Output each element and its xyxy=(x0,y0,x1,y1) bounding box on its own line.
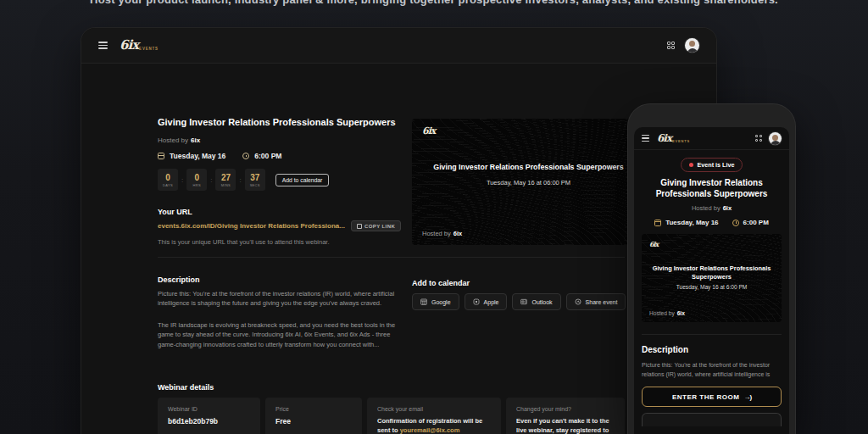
changed-mind-text: Even if you can't make it to the live we… xyxy=(516,417,615,434)
price-label: Price xyxy=(275,406,352,412)
calendar-icon xyxy=(654,220,661,226)
hosted-by-line: Hosted by 6ix xyxy=(158,136,200,144)
changed-mind-label: Changed your mind? xyxy=(516,406,615,412)
event-is-live-badge: Event is Live xyxy=(681,158,743,172)
cover-6ix-logo: 6ix xyxy=(649,240,658,248)
webinar-details-heading: Webinar details xyxy=(158,383,214,392)
apple-icon xyxy=(473,298,480,305)
event-date: Tuesday, May 16 xyxy=(170,152,225,160)
host-name[interactable]: 6ix xyxy=(191,136,200,144)
check-email-card: Check your email Confirmation of registr… xyxy=(367,398,501,434)
price-value: Free xyxy=(275,417,352,426)
live-dot xyxy=(689,163,693,167)
description-heading: Description xyxy=(642,345,782,354)
event-time: 6:00 PM xyxy=(743,219,769,226)
description-heading: Description xyxy=(158,275,200,284)
cover-title: Giving Investor Relations Professionals … xyxy=(650,264,773,281)
url-row: events.6ix.com/ID/Giving Investor Relati… xyxy=(158,220,401,231)
hamburger-menu-icon[interactable] xyxy=(98,42,108,49)
outlook-calendar-button[interactable]: Outlook xyxy=(512,293,560,310)
share-icon xyxy=(575,298,581,305)
event-cover-image: 6ix Giving Investor Relations Profession… xyxy=(642,234,782,322)
event-datetime-row: Tuesday, May 16 6:00 PM xyxy=(634,219,789,226)
countdown-separator xyxy=(181,176,183,184)
clock-icon xyxy=(242,153,249,159)
desktop-body: Giving Investor Relations Professionals … xyxy=(81,64,716,434)
desktop-header: 6ix EVENTS xyxy=(81,28,716,64)
calendar-icon xyxy=(158,153,164,159)
google-calendar-button[interactable]: Google xyxy=(412,293,459,310)
check-email-label: Check your email xyxy=(377,406,491,412)
cover-datetime: Tuesday, May 16 at 06:00 PM xyxy=(426,179,632,186)
cover-title: Giving Investor Relations Professionals … xyxy=(426,163,632,171)
hamburger-menu-icon[interactable] xyxy=(642,135,649,142)
desktop-browser-mockup: 6ix EVENTS Giving Investor Relations Pro… xyxy=(81,28,716,434)
countdown-secs: 37 SECS xyxy=(245,169,265,191)
webinar-id-label: Webinar ID xyxy=(168,406,250,412)
apple-calendar-button[interactable]: Apple xyxy=(465,293,508,310)
6ix-events-logo[interactable]: 6ix EVENTS xyxy=(657,134,690,143)
cover-6ix-logo: 6ix xyxy=(422,125,435,136)
add-to-calendar-heading: Add to calendar xyxy=(412,279,470,287)
apps-grid-icon[interactable] xyxy=(667,42,676,50)
event-url-link[interactable]: events.6ix.com/ID/Giving Investor Relati… xyxy=(158,222,345,230)
event-datetime-row: Tuesday, May 16 6:00 PM xyxy=(158,152,281,160)
add-to-calendar-button[interactable]: Add to calendar xyxy=(275,174,330,186)
user-avatar[interactable] xyxy=(685,38,699,53)
marketing-strapline: Host your product launch, industry panel… xyxy=(0,0,868,6)
copy-link-button[interactable]: COPY LINK xyxy=(351,220,401,231)
webinar-id-value: b6d1eb20b79b xyxy=(168,417,250,426)
cover-datetime: Tuesday, May 16 at 6:00 PM xyxy=(650,284,773,290)
webinar-details-grid: Webinar ID b6d1eb20b79b Language English… xyxy=(158,398,625,434)
secondary-button-clipped[interactable] xyxy=(642,413,782,426)
countdown-timer: 0 DAYS 0 HRS 27 MINS 37 SECS Add to cale… xyxy=(158,169,329,191)
6ix-events-logo[interactable]: 6ix EVENTS xyxy=(120,40,159,51)
event-title: Giving Investor Relations Professionals … xyxy=(158,117,396,127)
section-divider xyxy=(642,334,782,335)
event-date: Tuesday, May 16 xyxy=(665,219,718,226)
copy-icon xyxy=(357,224,362,229)
countdown-hrs: 0 HRS xyxy=(186,169,207,191)
cover-hosted-by: Hosted by 6ix xyxy=(649,310,685,316)
section-divider xyxy=(158,257,625,258)
changed-mind-card: Changed your mind? Even if you can't mak… xyxy=(506,398,625,434)
enter-arrow-icon xyxy=(743,393,751,401)
your-url-heading: Your URL xyxy=(158,208,192,216)
url-note: This is your unique URL that you'll use … xyxy=(158,238,330,246)
description-paragraph-1: Picture this: You're at the forefront of… xyxy=(158,289,401,309)
clock-icon xyxy=(732,220,739,226)
hosted-by-line: Hosted by 6ix xyxy=(634,204,789,212)
countdown-separator xyxy=(239,176,241,184)
price-card: Price Free xyxy=(265,398,362,434)
event-title: Giving Investor Relations Professionals … xyxy=(648,178,775,199)
webinar-id-card: Webinar ID b6d1eb20b79b xyxy=(158,398,260,434)
email-confirmation-text: Confirmation of registration will be sen… xyxy=(377,417,491,434)
calendar-buttons-row: Google Apple Outlook Share event xyxy=(412,293,626,310)
event-time: 6:00 PM xyxy=(254,152,281,160)
description-paragraph: Picture this: You're at the forefront of… xyxy=(642,361,782,379)
google-calendar-icon xyxy=(420,298,427,305)
mobile-phone-mockup: 6ix EVENTS Event is Live Giving Investor… xyxy=(628,104,795,434)
description-paragraph-2: The IR landscape is evolving at breaknec… xyxy=(158,320,401,349)
share-event-button[interactable]: Share event xyxy=(566,293,626,310)
hosted-by-label: Hosted by xyxy=(158,136,188,144)
cover-hosted-by: Hosted by 6ix xyxy=(422,230,462,237)
outlook-icon xyxy=(520,298,527,305)
user-avatar[interactable] xyxy=(769,132,782,145)
countdown-days: 0 DAYS xyxy=(158,169,178,191)
apps-grid-icon[interactable] xyxy=(755,135,762,142)
enter-the-room-button[interactable]: ENTER THE ROOM xyxy=(642,387,782,407)
host-name[interactable]: 6ix xyxy=(723,204,732,212)
event-cover-image: 6ix Giving Investor Relations Profession… xyxy=(412,119,645,245)
logo-sub-label: EVENTS xyxy=(139,47,159,51)
mobile-screen: 6ix EVENTS Event is Live Giving Investor… xyxy=(634,127,789,434)
mobile-header: 6ix EVENTS xyxy=(634,127,789,150)
logo-script: 6ix xyxy=(120,40,138,51)
countdown-separator xyxy=(210,176,212,184)
countdown-mins: 27 MINS xyxy=(215,169,236,191)
your-email-link[interactable]: youremail@6ix.com xyxy=(400,426,460,434)
